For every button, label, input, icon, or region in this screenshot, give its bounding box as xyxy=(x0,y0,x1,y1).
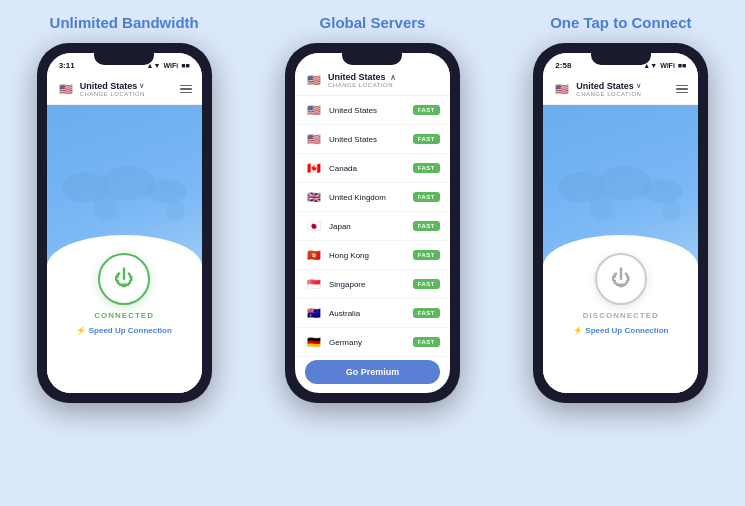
phone3-power-button[interactable]: ⏻ xyxy=(595,253,647,305)
menu-line-5 xyxy=(676,88,688,90)
phone1-country: United States ∨ xyxy=(80,81,175,91)
server-item-5[interactable]: 🇭🇰 Hong Kong FAST xyxy=(295,241,450,270)
phone1-header-text: United States ∨ CHANGE LOCATION xyxy=(80,81,175,97)
panel-one-tap: One Tap to Connect 2:58 ▲▼ WiFi ■■ 🇺🇸 xyxy=(497,0,745,506)
server-item-2[interactable]: 🇨🇦 Canada FAST xyxy=(295,154,450,183)
phone1-menu-icon[interactable] xyxy=(180,85,192,94)
phone3-header-text: United States ∨ CHANGE LOCATION xyxy=(576,81,671,97)
wifi-icon: WiFi xyxy=(163,62,178,69)
phone3-wave-area: ⏻ DISCONNECTED ⚡ Speed Up Connection xyxy=(543,235,698,393)
phone3-country: United States ∨ xyxy=(576,81,671,91)
server6-flag: 🇸🇬 xyxy=(305,275,323,293)
server6-badge: FAST xyxy=(413,279,440,289)
phone2-header-text: United States ∧ CHANGE LOCATION xyxy=(328,72,440,88)
panel3-title: One Tap to Connect xyxy=(550,14,691,31)
server4-badge: FAST xyxy=(413,221,440,231)
phone3-disconnected-label: DISCONNECTED xyxy=(583,311,659,320)
chevron-down-icon-3: ∨ xyxy=(636,82,641,90)
server1-name: United States xyxy=(329,135,407,144)
menu-line-3 xyxy=(180,92,192,94)
server5-name: Hong Kong xyxy=(329,251,407,260)
menu-line-6 xyxy=(676,92,688,94)
phone1-screen: 3:11 ▲▼ WiFi ■■ 🇺🇸 United States ∨ xyxy=(47,53,202,393)
power-off-icon: ⏻ xyxy=(611,267,631,290)
phone1-time: 3:11 xyxy=(59,61,75,70)
server-item-8[interactable]: 🇩🇪 Germany FAST xyxy=(295,328,450,357)
server2-name: Canada xyxy=(329,164,407,173)
chevron-down-icon: ∨ xyxy=(139,82,144,90)
server8-badge: FAST xyxy=(413,337,440,347)
server-item-nl[interactable]: 🇳🇱 Netherlands FAST xyxy=(295,387,450,393)
panel-global-servers: Global Servers 🇺🇸 United States ∧ xyxy=(248,0,496,506)
server4-flag: 🇯🇵 xyxy=(305,217,323,235)
battery-icon-3: ■■ xyxy=(678,62,686,69)
panel2-title: Global Servers xyxy=(320,14,426,31)
phone-3: 2:58 ▲▼ WiFi ■■ 🇺🇸 United States ∨ xyxy=(533,43,708,403)
server7-flag: 🇦🇺 xyxy=(305,304,323,322)
server1-badge: FAST xyxy=(413,134,440,144)
svg-point-3 xyxy=(93,193,116,221)
phone1-power-button[interactable]: ⏻ xyxy=(98,253,150,305)
server-item-3[interactable]: 🇬🇧 United Kingdom FAST xyxy=(295,183,450,212)
phone3-status-icons: ▲▼ WiFi ■■ xyxy=(643,62,686,69)
phone1-status-icons: ▲▼ WiFi ■■ xyxy=(147,62,190,69)
menu-line-1 xyxy=(180,85,192,87)
battery-icon: ■■ xyxy=(181,62,189,69)
menu-line-2 xyxy=(180,88,192,90)
server-item-4[interactable]: 🇯🇵 Japan FAST xyxy=(295,212,450,241)
server8-name: Germany xyxy=(329,338,407,347)
phone2-country: United States ∧ xyxy=(328,72,440,82)
phone2-flag: 🇺🇸 xyxy=(305,71,323,89)
phone3-time: 2:58 xyxy=(555,61,571,70)
server2-flag: 🇨🇦 xyxy=(305,159,323,177)
server1-flag: 🇺🇸 xyxy=(305,130,323,148)
panel1-title: Unlimited Bandwidth xyxy=(50,14,199,31)
svg-point-7 xyxy=(644,180,683,203)
phone1-speed-up[interactable]: ⚡ Speed Up Connection xyxy=(76,326,171,335)
phone1-header: 🇺🇸 United States ∨ CHANGE LOCATION xyxy=(47,74,202,105)
phone3-change-label: CHANGE LOCATION xyxy=(576,91,671,97)
phone3-header: 🇺🇸 United States ∨ CHANGE LOCATION xyxy=(543,74,698,105)
server3-name: United Kingdom xyxy=(329,193,407,202)
server0-flag: 🇺🇸 xyxy=(305,101,323,119)
server-item-6[interactable]: 🇸🇬 Singapore FAST xyxy=(295,270,450,299)
go-premium-button[interactable]: Go Premium xyxy=(305,360,440,384)
phone3-speed-up[interactable]: ⚡ Speed Up Connection xyxy=(573,326,668,335)
server8-flag: 🇩🇪 xyxy=(305,333,323,351)
panel-unlimited-bandwidth: Unlimited Bandwidth 3:11 ▲▼ WiFi ■■ 🇺🇸 xyxy=(0,0,248,506)
svg-point-4 xyxy=(165,200,184,222)
chevron-up-icon: ∧ xyxy=(390,73,396,82)
server3-flag: 🇬🇧 xyxy=(305,188,323,206)
server-item-7[interactable]: 🇦🇺 Australia FAST xyxy=(295,299,450,328)
svg-point-2 xyxy=(147,180,186,203)
phone1-flag: 🇺🇸 xyxy=(57,80,75,98)
phone1-notch xyxy=(94,53,154,65)
phone1-wave-area: ⏻ CONNECTED ⚡ Speed Up Connection xyxy=(47,235,202,393)
phone2-notch xyxy=(342,53,402,65)
phone1-connected-label: CONNECTED xyxy=(94,311,154,320)
server6-name: Singapore xyxy=(329,280,407,289)
phone2-screen: 🇺🇸 United States ∧ CHANGE LOCATION 🇺🇸 Un… xyxy=(295,53,450,393)
menu-line-4 xyxy=(676,85,688,87)
wifi-icon-3: WiFi xyxy=(660,62,675,69)
phone2-change-label: CHANGE LOCATION xyxy=(328,82,440,88)
phone-2: 🇺🇸 United States ∧ CHANGE LOCATION 🇺🇸 Un… xyxy=(285,43,460,403)
server-item-1[interactable]: 🇺🇸 United States FAST xyxy=(295,125,450,154)
power-on-icon: ⏻ xyxy=(114,267,134,290)
server-item-0[interactable]: 🇺🇸 United States FAST xyxy=(295,96,450,125)
phone3-menu-icon[interactable] xyxy=(676,85,688,94)
server5-flag: 🇭🇰 xyxy=(305,246,323,264)
svg-point-9 xyxy=(662,200,681,222)
app-container: Unlimited Bandwidth 3:11 ▲▼ WiFi ■■ 🇺🇸 xyxy=(0,0,745,506)
phone1-map-area: ⏻ CONNECTED ⚡ Speed Up Connection xyxy=(47,105,202,393)
phone3-map-area: ⏻ DISCONNECTED ⚡ Speed Up Connection xyxy=(543,105,698,393)
phone3-screen: 2:58 ▲▼ WiFi ■■ 🇺🇸 United States ∨ xyxy=(543,53,698,393)
phone3-flag: 🇺🇸 xyxy=(553,80,571,98)
phone1-change-label: CHANGE LOCATION xyxy=(80,91,175,97)
server0-name: United States xyxy=(329,106,407,115)
server0-badge: FAST xyxy=(413,105,440,115)
server7-name: Australia xyxy=(329,309,407,318)
phone-1: 3:11 ▲▼ WiFi ■■ 🇺🇸 United States ∨ xyxy=(37,43,212,403)
server3-badge: FAST xyxy=(413,192,440,202)
server4-name: Japan xyxy=(329,222,407,231)
